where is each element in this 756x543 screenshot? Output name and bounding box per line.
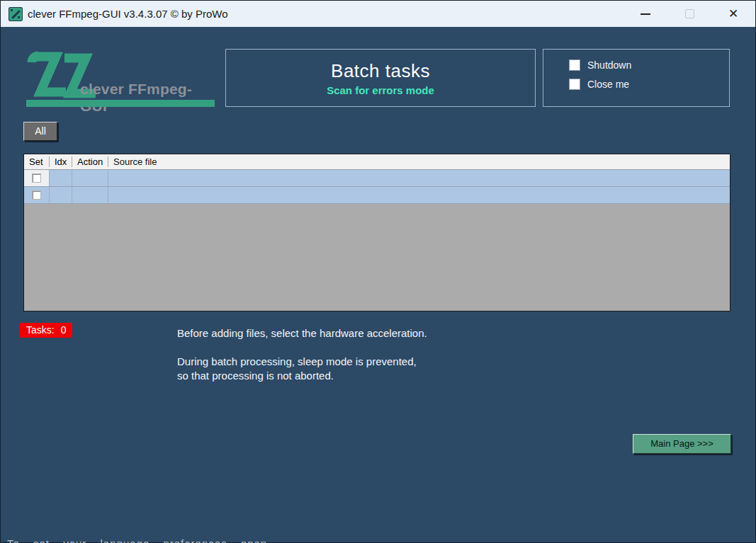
- column-header-source-file[interactable]: Source file: [108, 156, 730, 167]
- cell-set: [24, 170, 50, 186]
- column-header-action[interactable]: Action: [72, 156, 108, 167]
- app-logo: clever FFmpeg-GUI: [25, 48, 216, 109]
- close-me-label: Close me: [587, 79, 629, 90]
- column-header-set[interactable]: Set: [24, 156, 50, 167]
- app-icon: [9, 7, 23, 21]
- cell-idx: [50, 187, 72, 203]
- logo-text: clever FFmpeg-GUI: [80, 81, 216, 115]
- row-select-checkbox[interactable]: [32, 190, 41, 200]
- info-text: Before adding files, select the hardware…: [177, 326, 427, 383]
- cell-source-file: [108, 170, 730, 186]
- titlebar: clever FFmpeg-GUI v3.4.3.07 © by ProWo ✕: [1, 1, 755, 27]
- tasks-table: Set Idx Action Source file: [23, 154, 730, 311]
- batch-tasks-panel: Batch tasks Scan for errors mode: [225, 49, 536, 107]
- main-page-button[interactable]: Main Page >>>: [633, 434, 731, 454]
- table-header: Set Idx Action Source file: [24, 154, 730, 170]
- close-icon: ✕: [728, 6, 738, 21]
- info-line-3: so that processing is not aborted.: [177, 369, 427, 383]
- cell-action: [72, 170, 108, 186]
- info-line-1: Before adding files, select the hardware…: [177, 326, 427, 341]
- page-title: Batch tasks: [331, 60, 430, 82]
- tasks-count: 0: [61, 324, 67, 336]
- close-me-option: Close me: [569, 79, 729, 90]
- cell-source-file: [108, 187, 730, 203]
- clipped-background-text: To set your language preferences open: [7, 538, 756, 543]
- mode-subtitle: Scan for errors mode: [327, 84, 434, 96]
- cell-action: [72, 187, 108, 203]
- row-select-checkbox[interactable]: [32, 173, 41, 183]
- table-empty-area: [24, 204, 730, 311]
- cell-idx: [50, 170, 72, 186]
- table-row[interactable]: [24, 187, 730, 204]
- shutdown-label: Shutdown: [587, 59, 631, 71]
- tasks-count-badge: Tasks:0: [20, 323, 72, 338]
- tasks-label: Tasks:: [26, 324, 55, 336]
- maximize-button[interactable]: [667, 1, 711, 27]
- all-button[interactable]: All: [23, 122, 57, 141]
- window-controls: ✕: [624, 1, 755, 27]
- logo-underline: [26, 100, 215, 107]
- window-title: clever FFmpeg-GUI v3.4.3.07 © by ProWo: [28, 8, 228, 20]
- options-panel: Shutdown Close me: [543, 49, 730, 107]
- close-me-checkbox[interactable]: [569, 79, 580, 90]
- maximize-icon: [685, 9, 694, 18]
- close-button[interactable]: ✕: [711, 1, 755, 27]
- shutdown-checkbox[interactable]: [569, 59, 580, 71]
- table-row[interactable]: [24, 170, 730, 187]
- minimize-icon: [641, 13, 650, 15]
- app-window: clever FFmpeg-GUI v3.4.3.07 © by ProWo ✕…: [0, 0, 756, 543]
- info-spacer: [177, 341, 427, 355]
- minimize-button[interactable]: [624, 1, 667, 27]
- shutdown-option: Shutdown: [569, 59, 729, 71]
- column-header-idx[interactable]: Idx: [50, 156, 72, 167]
- cell-set: [24, 187, 50, 203]
- info-line-2: During batch processing, sleep mode is p…: [177, 355, 427, 369]
